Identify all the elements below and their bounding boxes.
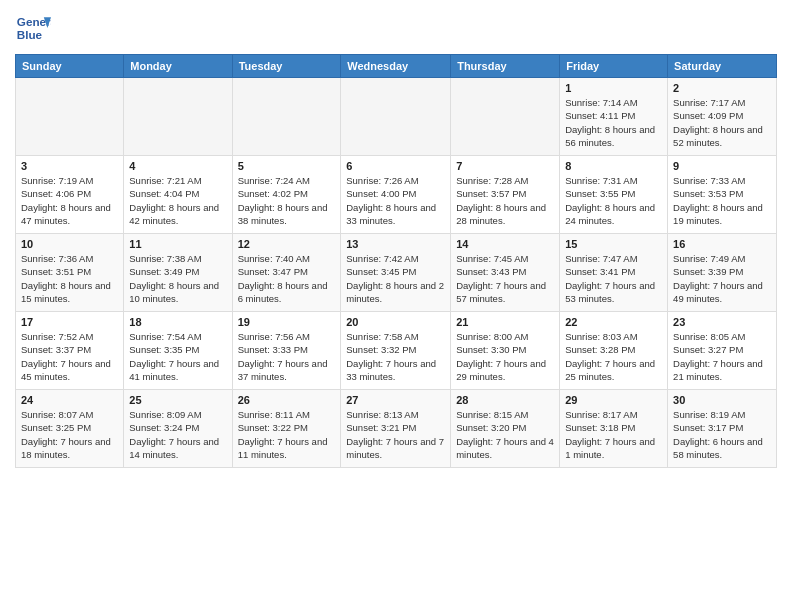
calendar-cell: 19Sunrise: 7:56 AM Sunset: 3:33 PM Dayli…	[232, 312, 341, 390]
day-number: 4	[129, 160, 226, 172]
calendar-cell: 23Sunrise: 8:05 AM Sunset: 3:27 PM Dayli…	[668, 312, 777, 390]
day-detail: Sunrise: 7:40 AM Sunset: 3:47 PM Dayligh…	[238, 252, 336, 305]
day-detail: Sunrise: 7:58 AM Sunset: 3:32 PM Dayligh…	[346, 330, 445, 383]
calendar-cell: 27Sunrise: 8:13 AM Sunset: 3:21 PM Dayli…	[341, 390, 451, 468]
day-detail: Sunrise: 8:09 AM Sunset: 3:24 PM Dayligh…	[129, 408, 226, 461]
day-number: 2	[673, 82, 771, 94]
day-number: 18	[129, 316, 226, 328]
calendar-cell: 30Sunrise: 8:19 AM Sunset: 3:17 PM Dayli…	[668, 390, 777, 468]
calendar-cell: 6Sunrise: 7:26 AM Sunset: 4:00 PM Daylig…	[341, 156, 451, 234]
calendar-table: SundayMondayTuesdayWednesdayThursdayFrid…	[15, 54, 777, 468]
header-row: SundayMondayTuesdayWednesdayThursdayFrid…	[16, 55, 777, 78]
header-day-thursday: Thursday	[451, 55, 560, 78]
day-detail: Sunrise: 7:21 AM Sunset: 4:04 PM Dayligh…	[129, 174, 226, 227]
calendar-cell: 25Sunrise: 8:09 AM Sunset: 3:24 PM Dayli…	[124, 390, 232, 468]
day-number: 23	[673, 316, 771, 328]
calendar-cell: 1Sunrise: 7:14 AM Sunset: 4:11 PM Daylig…	[560, 78, 668, 156]
day-detail: Sunrise: 8:03 AM Sunset: 3:28 PM Dayligh…	[565, 330, 662, 383]
day-number: 29	[565, 394, 662, 406]
header-day-saturday: Saturday	[668, 55, 777, 78]
calendar-cell: 16Sunrise: 7:49 AM Sunset: 3:39 PM Dayli…	[668, 234, 777, 312]
day-detail: Sunrise: 7:28 AM Sunset: 3:57 PM Dayligh…	[456, 174, 554, 227]
day-number: 15	[565, 238, 662, 250]
day-number: 9	[673, 160, 771, 172]
day-detail: Sunrise: 7:36 AM Sunset: 3:51 PM Dayligh…	[21, 252, 118, 305]
logo-icon: General Blue	[15, 10, 51, 46]
day-detail: Sunrise: 8:19 AM Sunset: 3:17 PM Dayligh…	[673, 408, 771, 461]
day-detail: Sunrise: 8:13 AM Sunset: 3:21 PM Dayligh…	[346, 408, 445, 461]
day-detail: Sunrise: 7:14 AM Sunset: 4:11 PM Dayligh…	[565, 96, 662, 149]
day-detail: Sunrise: 8:05 AM Sunset: 3:27 PM Dayligh…	[673, 330, 771, 383]
day-number: 28	[456, 394, 554, 406]
day-number: 5	[238, 160, 336, 172]
calendar-week-1: 3Sunrise: 7:19 AM Sunset: 4:06 PM Daylig…	[16, 156, 777, 234]
calendar-week-2: 10Sunrise: 7:36 AM Sunset: 3:51 PM Dayli…	[16, 234, 777, 312]
day-number: 10	[21, 238, 118, 250]
calendar-cell: 22Sunrise: 8:03 AM Sunset: 3:28 PM Dayli…	[560, 312, 668, 390]
calendar-week-3: 17Sunrise: 7:52 AM Sunset: 3:37 PM Dayli…	[16, 312, 777, 390]
calendar-header: SundayMondayTuesdayWednesdayThursdayFrid…	[16, 55, 777, 78]
day-number: 22	[565, 316, 662, 328]
day-detail: Sunrise: 7:19 AM Sunset: 4:06 PM Dayligh…	[21, 174, 118, 227]
header: General Blue	[15, 10, 777, 46]
day-detail: Sunrise: 7:17 AM Sunset: 4:09 PM Dayligh…	[673, 96, 771, 149]
calendar-cell: 12Sunrise: 7:40 AM Sunset: 3:47 PM Dayli…	[232, 234, 341, 312]
header-day-wednesday: Wednesday	[341, 55, 451, 78]
header-day-tuesday: Tuesday	[232, 55, 341, 78]
day-number: 25	[129, 394, 226, 406]
day-number: 14	[456, 238, 554, 250]
calendar-body: 1Sunrise: 7:14 AM Sunset: 4:11 PM Daylig…	[16, 78, 777, 468]
day-number: 3	[21, 160, 118, 172]
calendar-cell: 2Sunrise: 7:17 AM Sunset: 4:09 PM Daylig…	[668, 78, 777, 156]
calendar-cell	[16, 78, 124, 156]
calendar-cell: 7Sunrise: 7:28 AM Sunset: 3:57 PM Daylig…	[451, 156, 560, 234]
day-detail: Sunrise: 7:33 AM Sunset: 3:53 PM Dayligh…	[673, 174, 771, 227]
day-number: 24	[21, 394, 118, 406]
calendar-cell: 13Sunrise: 7:42 AM Sunset: 3:45 PM Dayli…	[341, 234, 451, 312]
calendar-cell: 18Sunrise: 7:54 AM Sunset: 3:35 PM Dayli…	[124, 312, 232, 390]
calendar-cell: 3Sunrise: 7:19 AM Sunset: 4:06 PM Daylig…	[16, 156, 124, 234]
day-detail: Sunrise: 8:11 AM Sunset: 3:22 PM Dayligh…	[238, 408, 336, 461]
day-detail: Sunrise: 8:00 AM Sunset: 3:30 PM Dayligh…	[456, 330, 554, 383]
calendar-cell: 21Sunrise: 8:00 AM Sunset: 3:30 PM Dayli…	[451, 312, 560, 390]
day-number: 16	[673, 238, 771, 250]
header-day-sunday: Sunday	[16, 55, 124, 78]
day-detail: Sunrise: 7:49 AM Sunset: 3:39 PM Dayligh…	[673, 252, 771, 305]
calendar-cell: 15Sunrise: 7:47 AM Sunset: 3:41 PM Dayli…	[560, 234, 668, 312]
calendar-cell	[124, 78, 232, 156]
day-detail: Sunrise: 7:47 AM Sunset: 3:41 PM Dayligh…	[565, 252, 662, 305]
day-number: 1	[565, 82, 662, 94]
day-number: 17	[21, 316, 118, 328]
day-detail: Sunrise: 7:52 AM Sunset: 3:37 PM Dayligh…	[21, 330, 118, 383]
calendar-cell: 28Sunrise: 8:15 AM Sunset: 3:20 PM Dayli…	[451, 390, 560, 468]
day-number: 20	[346, 316, 445, 328]
calendar-cell	[232, 78, 341, 156]
logo: General Blue	[15, 10, 55, 46]
day-detail: Sunrise: 7:38 AM Sunset: 3:49 PM Dayligh…	[129, 252, 226, 305]
day-number: 7	[456, 160, 554, 172]
calendar-week-4: 24Sunrise: 8:07 AM Sunset: 3:25 PM Dayli…	[16, 390, 777, 468]
calendar-cell: 29Sunrise: 8:17 AM Sunset: 3:18 PM Dayli…	[560, 390, 668, 468]
page: General Blue SundayMondayTuesdayWednesda…	[0, 0, 792, 612]
calendar-cell: 4Sunrise: 7:21 AM Sunset: 4:04 PM Daylig…	[124, 156, 232, 234]
day-detail: Sunrise: 8:07 AM Sunset: 3:25 PM Dayligh…	[21, 408, 118, 461]
calendar-cell: 11Sunrise: 7:38 AM Sunset: 3:49 PM Dayli…	[124, 234, 232, 312]
header-day-friday: Friday	[560, 55, 668, 78]
calendar-cell	[451, 78, 560, 156]
day-number: 19	[238, 316, 336, 328]
day-detail: Sunrise: 7:56 AM Sunset: 3:33 PM Dayligh…	[238, 330, 336, 383]
day-detail: Sunrise: 8:17 AM Sunset: 3:18 PM Dayligh…	[565, 408, 662, 461]
calendar-cell: 10Sunrise: 7:36 AM Sunset: 3:51 PM Dayli…	[16, 234, 124, 312]
calendar-cell: 9Sunrise: 7:33 AM Sunset: 3:53 PM Daylig…	[668, 156, 777, 234]
day-number: 13	[346, 238, 445, 250]
day-detail: Sunrise: 7:45 AM Sunset: 3:43 PM Dayligh…	[456, 252, 554, 305]
calendar-cell	[341, 78, 451, 156]
day-number: 6	[346, 160, 445, 172]
day-detail: Sunrise: 7:31 AM Sunset: 3:55 PM Dayligh…	[565, 174, 662, 227]
day-detail: Sunrise: 7:42 AM Sunset: 3:45 PM Dayligh…	[346, 252, 445, 305]
calendar-cell: 20Sunrise: 7:58 AM Sunset: 3:32 PM Dayli…	[341, 312, 451, 390]
day-number: 26	[238, 394, 336, 406]
day-number: 27	[346, 394, 445, 406]
day-detail: Sunrise: 7:24 AM Sunset: 4:02 PM Dayligh…	[238, 174, 336, 227]
calendar-week-0: 1Sunrise: 7:14 AM Sunset: 4:11 PM Daylig…	[16, 78, 777, 156]
